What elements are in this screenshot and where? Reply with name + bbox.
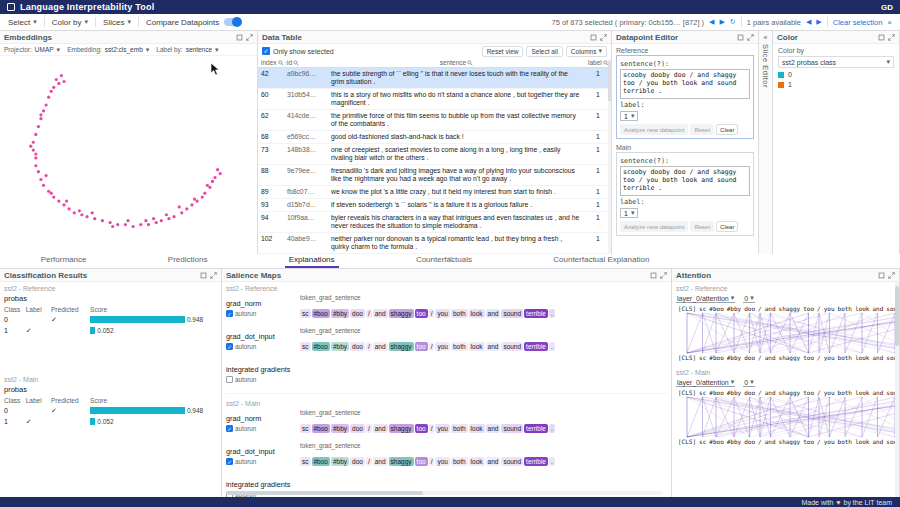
checkbox-icon[interactable]: ✓ xyxy=(226,343,233,350)
maximize-icon[interactable] xyxy=(737,34,744,41)
salience-token: #bby xyxy=(331,309,349,318)
expand-icon[interactable] xyxy=(210,272,217,279)
maximize-icon[interactable] xyxy=(236,34,243,41)
section-label: Reference xyxy=(616,47,754,54)
table-row[interactable]: 6031db54…this is a story of two misfits … xyxy=(258,89,611,110)
expand-icon[interactable] xyxy=(600,34,607,41)
tab-explanations[interactable]: Explanations xyxy=(285,253,339,268)
next-pair-button[interactable]: ▶ xyxy=(816,18,821,26)
table-row[interactable]: 93d15b7d…if steven soderbergh 's `` sola… xyxy=(258,199,611,212)
salience-token: look xyxy=(469,424,485,433)
attention-token: [CLS] xyxy=(678,354,696,361)
checkbox-icon[interactable]: ✓ xyxy=(226,425,233,432)
tab-counterfactuals[interactable]: Counterfactuals xyxy=(412,253,476,268)
maximize-icon[interactable] xyxy=(650,272,657,279)
scatter-points[interactable] xyxy=(0,56,256,252)
sentence-input[interactable]: scooby dooby doo / and shaggy too / you … xyxy=(620,166,750,196)
scrollbar-thumb[interactable] xyxy=(226,491,423,495)
only-show-selected-checkbox[interactable]: ✓ Only show selected xyxy=(262,47,334,55)
analyze-button[interactable]: Analyze new datapoint xyxy=(620,124,688,135)
color-by-dropdown[interactable]: Color by ▾ xyxy=(52,18,88,27)
expand-icon[interactable] xyxy=(246,34,253,41)
maximize-icon[interactable] xyxy=(878,34,885,41)
prev-datapoint-button[interactable]: ◀ xyxy=(709,18,714,26)
next-datapoint-button[interactable]: ▶ xyxy=(719,18,724,26)
clear-selection-button[interactable]: Clear selection xyxy=(833,18,883,27)
select-all-button[interactable]: Select all xyxy=(526,46,562,57)
color-by-select[interactable]: sst2 probas class ▾ xyxy=(778,56,894,68)
scrollbar-thumb[interactable] xyxy=(895,286,899,346)
table-row[interactable]: 889e79ee…fresnadillo 's dark and jolting… xyxy=(258,165,611,186)
autorun-checkbox[interactable]: ✓autorun xyxy=(226,310,300,317)
reset-view-button[interactable]: Reset view xyxy=(482,46,524,57)
layer-select[interactable]: layer_0/attention ▾ xyxy=(676,378,735,387)
table-row[interactable]: 9410f9aa…byler reveals his characters in… xyxy=(258,212,611,233)
autorun-checkbox[interactable]: ✓autorun xyxy=(226,343,300,350)
label-select[interactable]: 1 ▾ xyxy=(620,208,638,218)
table-row[interactable]: 89fb8c07…we know the plot 's a little cr… xyxy=(258,186,611,199)
drag-handle-icon[interactable]: ≡ xyxy=(448,254,453,264)
embedding-scatter[interactable] xyxy=(0,56,257,254)
clear-button[interactable]: Clear xyxy=(716,124,738,135)
scrollbar[interactable] xyxy=(608,59,611,254)
tab-predictions[interactable]: Predictions xyxy=(164,253,212,268)
user-avatar[interactable]: GD xyxy=(881,3,893,12)
table-row[interactable]: 62414cde…the primitive force of this fil… xyxy=(258,110,611,131)
maximize-icon[interactable] xyxy=(878,272,885,279)
head-select[interactable]: 0 ▾ xyxy=(743,294,754,303)
scrollbar[interactable] xyxy=(226,491,663,495)
column-header-index[interactable]: index↕ xyxy=(258,58,284,68)
toggle-on-icon[interactable] xyxy=(224,18,241,26)
embedding-select[interactable]: Embedding: sst2:cls_emb ▾ xyxy=(67,46,149,54)
label-by-select[interactable]: Label by: sentence ▾ xyxy=(156,46,218,54)
select-dropdown[interactable]: Select ▾ xyxy=(8,18,37,27)
checkbox-icon[interactable] xyxy=(226,376,233,383)
maximize-icon[interactable] xyxy=(200,272,207,279)
table-row[interactable]: 42a9bc96…the subtle strength of `` ellin… xyxy=(258,68,611,89)
clear-button[interactable]: Clear xyxy=(716,221,738,232)
head-select[interactable]: 0 ▾ xyxy=(743,378,754,387)
expand-icon[interactable] xyxy=(660,272,667,279)
random-datapoint-button[interactable]: ↻ xyxy=(730,18,736,26)
search-icon[interactable] xyxy=(278,60,284,66)
table-row[interactable]: 68e569cc…good old-fashioned slash-and-ha… xyxy=(258,131,611,144)
cell-sentence: fresnadillo 's dark and jolting images h… xyxy=(328,165,585,186)
salience-token: doo xyxy=(350,424,365,433)
reset-button[interactable]: Reset xyxy=(690,124,714,135)
table-row[interactable]: 73148b38…one of creepiest , scariest mov… xyxy=(258,144,611,165)
data-table-scroll-area[interactable]: index↕ id sentence label↕ xyxy=(258,58,611,254)
prev-pair-button[interactable]: ◀ xyxy=(806,18,811,26)
autorun-checkbox[interactable]: ✓autorun xyxy=(226,425,300,432)
autorun-checkbox[interactable]: ✓autorun xyxy=(226,458,300,465)
classification-body: sst2 - ReferenceprobasClassLabelPredicte… xyxy=(0,282,221,497)
search-icon[interactable] xyxy=(467,60,473,66)
salience-token: sound xyxy=(501,457,523,466)
checkbox-icon[interactable]: ✓ xyxy=(226,458,233,465)
layer-select[interactable]: layer_0/attention ▾ xyxy=(676,294,735,303)
column-header-id[interactable]: id xyxy=(284,58,328,68)
tab-performance[interactable]: Performance xyxy=(37,253,91,268)
tab-counterfactual-explanation[interactable]: Counterfactual Explanation xyxy=(549,253,653,268)
sentence-input[interactable]: scooby dooby doo / and shaggy too / you … xyxy=(620,69,750,99)
scrollbar[interactable] xyxy=(895,282,899,497)
expand-icon[interactable] xyxy=(888,34,895,41)
columns-button[interactable]: Columns ▾ xyxy=(566,46,607,57)
projector-select[interactable]: Projector: UMAP ▾ xyxy=(4,46,60,54)
search-icon[interactable] xyxy=(293,60,299,66)
analyze-button[interactable]: Analyze new datapoint xyxy=(620,221,688,232)
label-field-label: label: xyxy=(620,101,750,109)
slice-editor-collapsed[interactable]: « Slice Editor xyxy=(759,31,773,254)
close-icon[interactable]: × xyxy=(887,18,892,27)
compare-datapoints-toggle[interactable]: Compare Datapoints xyxy=(146,18,241,27)
column-header-sentence[interactable]: sentence xyxy=(328,58,585,68)
expand-icon[interactable] xyxy=(747,34,754,41)
expand-icon[interactable] xyxy=(888,272,895,279)
slices-dropdown[interactable]: Slices ▾ xyxy=(103,18,131,27)
table-row[interactable]: 10240abe9…neither parker nor donovan is … xyxy=(258,233,611,254)
collapse-icon[interactable]: « xyxy=(764,34,768,41)
autorun-checkbox[interactable]: autorun xyxy=(226,376,300,383)
checkbox-icon[interactable]: ✓ xyxy=(226,310,233,317)
reset-button[interactable]: Reset xyxy=(690,221,714,232)
label-select[interactable]: 1 ▾ xyxy=(620,111,638,121)
maximize-icon[interactable] xyxy=(590,34,597,41)
